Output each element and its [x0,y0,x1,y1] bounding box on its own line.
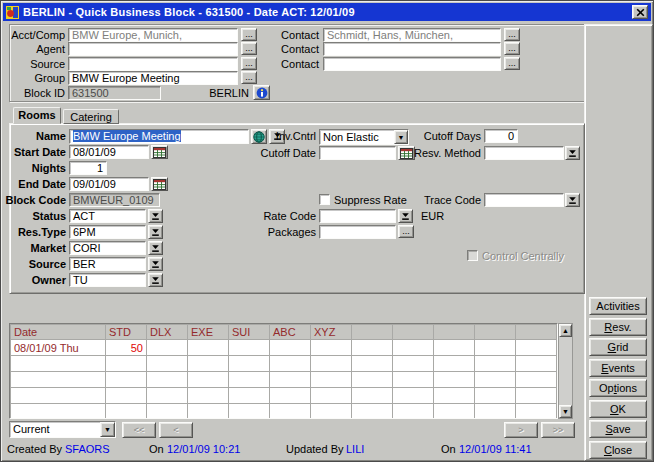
acct-comp-field[interactable]: BMW Europe, Munich, [68,28,238,42]
grid-cell[interactable] [311,356,352,372]
end-date-field[interactable]: 09/01/09 [69,177,149,191]
contact1-field[interactable]: Schmidt, Hans, München, [323,28,501,42]
info-button[interactable] [253,85,270,100]
nights-field[interactable]: 1 [69,161,107,175]
grid-cell[interactable] [311,388,352,404]
grid-cell[interactable] [393,372,434,388]
grid-cell[interactable] [434,372,475,388]
grid-view-dropdown-button[interactable]: ▼ [100,422,115,437]
name-field[interactable]: BMW Europe Meeting [69,129,249,144]
start-date-calendar-button[interactable] [151,145,168,159]
ok-button[interactable]: OK [589,400,647,418]
owner-field[interactable]: TU [69,273,146,287]
grid-cell[interactable] [393,356,434,372]
rate-code-field[interactable] [319,209,396,223]
title-bar[interactable]: BERLIN - Quick Business Block - 631500 -… [3,3,651,21]
grid-cell[interactable] [229,340,270,356]
res-type-lov-button[interactable] [148,225,163,239]
scroll-up-button[interactable]: ▲ [559,324,572,337]
contact3-field[interactable] [323,57,501,71]
grid-cell[interactable] [270,404,311,420]
grid-cell[interactable] [270,372,311,388]
rooms-source-lov-button[interactable] [148,257,163,271]
grid-cell[interactable] [311,372,352,388]
close-button[interactable] [632,5,648,19]
activities-button[interactable]: Activities [589,297,647,315]
grid-date-cell[interactable] [11,372,106,388]
source-lookup-button[interactable]: ... [241,57,257,70]
grid-cell[interactable] [434,388,475,404]
tab-catering[interactable]: Catering [63,109,119,124]
acct-comp-lookup-button[interactable]: ... [241,28,257,41]
grid-cell[interactable] [270,388,311,404]
grid-date-cell[interactable]: 08/01/09 Thu [11,340,106,356]
cutoff-days-field[interactable]: 0 [484,129,518,143]
contact2-lookup-button[interactable]: ... [504,42,520,55]
grid-cell[interactable] [434,340,475,356]
trace-code-field[interactable] [484,193,564,207]
grid-cell[interactable] [475,404,516,420]
end-date-calendar-button[interactable] [151,177,168,191]
grid-cell[interactable] [229,372,270,388]
grid-cell[interactable] [516,388,557,404]
scroll-down-button[interactable]: ▼ [559,405,572,418]
grid-cell[interactable] [147,340,188,356]
first-page-button[interactable]: << [122,422,156,438]
close-window-button[interactable]: Close [589,441,647,459]
packages-field[interactable] [319,225,396,239]
grid-cell[interactable] [516,340,557,356]
grid-cell[interactable] [147,388,188,404]
options-button[interactable]: Options [589,379,647,397]
grid-cell[interactable] [147,404,188,420]
resv-button[interactable]: Resv. [589,318,647,336]
next-page-button[interactable]: > [504,422,538,438]
grid-cell[interactable] [106,388,147,404]
grid-cell[interactable] [516,356,557,372]
grid-cell[interactable] [229,388,270,404]
grid-vertical-scrollbar[interactable]: ▲ ▼ [558,323,573,419]
packages-lookup-button[interactable]: ... [398,225,414,238]
rate-code-lov-button[interactable] [398,209,413,223]
owner-lov-button[interactable] [148,273,163,287]
grid-cell[interactable] [434,404,475,420]
market-lov-button[interactable] [148,241,163,255]
grid-cell[interactable] [188,356,229,372]
grid-date-cell[interactable] [11,388,106,404]
prev-page-button[interactable]: < [159,422,193,438]
grid-cell[interactable] [147,372,188,388]
grid-date-cell[interactable] [11,356,106,372]
grid-button[interactable]: Grid [589,338,647,356]
grid-cell[interactable] [434,356,475,372]
resv-method-lov-button[interactable] [565,146,580,160]
contact3-lookup-button[interactable]: ... [504,57,520,70]
suppress-rate-checkbox[interactable] [319,194,330,205]
market-field[interactable]: CORI [69,241,146,255]
source-field[interactable] [68,57,238,71]
grid-cell[interactable] [311,340,352,356]
save-button[interactable]: Save [589,420,647,438]
grid-cell[interactable] [188,404,229,420]
agent-lookup-button[interactable]: ... [241,42,257,55]
grid-cell[interactable] [352,356,393,372]
group-lookup-button[interactable]: ... [241,71,257,84]
agent-field[interactable] [68,42,238,56]
grid-cell[interactable] [229,404,270,420]
grid-cell[interactable] [106,404,147,420]
grid-cell[interactable] [229,356,270,372]
status-lov-button[interactable] [148,209,163,223]
grid-cell[interactable] [188,340,229,356]
grid-cell[interactable]: 50 [106,340,147,356]
grid-cell[interactable] [106,372,147,388]
grid-cell[interactable] [475,356,516,372]
grid-cell[interactable] [352,388,393,404]
grid-cell[interactable] [147,356,188,372]
rooms-source-field[interactable]: BER [69,257,146,271]
grid-cell[interactable] [393,340,434,356]
grid-cell[interactable] [475,388,516,404]
grid-cell[interactable] [270,340,311,356]
grid-cell[interactable] [393,388,434,404]
grid-cell[interactable] [393,404,434,420]
resv-method-field[interactable] [484,146,564,160]
grid-cell[interactable] [516,372,557,388]
grid-cell[interactable] [106,356,147,372]
